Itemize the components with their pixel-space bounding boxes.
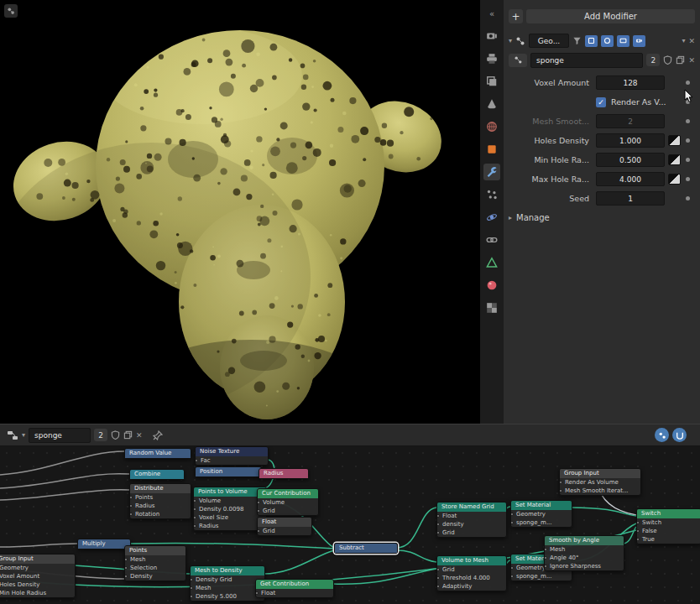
fake-user-shield-icon[interactable] — [663, 55, 672, 65]
tab-texture-icon[interactable] — [483, 299, 500, 316]
node-smooth-by-angle[interactable]: Smooth by AngleMeshAngle 40°Ignore Sharp… — [544, 535, 624, 571]
node-multiply[interactable]: Multiply — [77, 539, 131, 549]
node-socket-row: Min Hole Radius — [0, 589, 75, 597]
seed-field[interactable]: 1 — [596, 191, 665, 206]
tab-world-icon[interactable] — [483, 118, 500, 135]
max-hole-radius-row: Max Hole Ra... 4.000 — [504, 169, 700, 189]
tab-particles-icon[interactable] — [483, 186, 500, 203]
node-store-named-grid[interactable]: Store Named GridFloatdensityGrid — [436, 502, 507, 538]
node-combine[interactable]: Combine — [129, 469, 185, 480]
tab-render-icon[interactable] — [483, 28, 500, 44]
snapping-toggle-icon[interactable] — [672, 428, 687, 442]
toggle-realtime-icon[interactable] — [601, 35, 614, 47]
viewport-3d[interactable] — [0, 0, 480, 424]
manage-expand-icon[interactable]: ▸ — [509, 214, 512, 221]
voxel-amount-label: Voxel Amount — [509, 78, 589, 87]
min-hole-radius-row: Min Hole Ra... 0.500 — [504, 150, 700, 169]
tab-scene-icon[interactable] — [483, 96, 500, 112]
new-copy-icon[interactable] — [676, 55, 685, 65]
fake-user-shield-icon[interactable] — [111, 430, 120, 440]
tab-physics-icon[interactable] — [483, 209, 500, 226]
modifier-name-field[interactable]: Geo... — [529, 34, 569, 48]
tab-modifiers-icon[interactable] — [483, 164, 500, 180]
node-points[interactable]: PointsMeshSelectionDensity — [124, 545, 186, 581]
editor-type-icon[interactable] — [7, 430, 18, 441]
node-float[interactable]: FloatGrid — [257, 517, 312, 536]
mouse-cursor — [684, 90, 695, 103]
tab-object-data-icon[interactable] — [483, 254, 500, 271]
node-title: Switch — [637, 509, 700, 518]
attribute-toggle-icon[interactable] — [668, 174, 681, 185]
tab-object-icon[interactable] — [483, 141, 500, 158]
node-switch[interactable]: SwitchSwitchFalseTrue — [636, 508, 700, 544]
min-hole-radius-label: Min Hole Ra... — [509, 155, 589, 164]
animate-dot-icon[interactable] — [686, 177, 690, 181]
toggle-edit-mode-icon[interactable] — [585, 35, 598, 47]
min-hole-radius-field[interactable]: 0.500 — [596, 153, 665, 167]
node-group-browse-icon[interactable] — [509, 54, 527, 67]
tab-collapse-panel-icon[interactable]: « — [483, 5, 500, 22]
toggle-viewport-icon[interactable] — [617, 35, 629, 47]
node-socket-row: Points — [130, 493, 191, 502]
add-modifier-button[interactable]: Add Modifier — [526, 9, 695, 23]
animate-dot-icon[interactable] — [686, 158, 690, 162]
new-copy-icon[interactable] — [123, 430, 133, 440]
animate-dot-icon[interactable] — [686, 119, 690, 123]
node-group-unlink-icon[interactable]: ✕ — [136, 431, 143, 440]
tab-view-layer-icon[interactable] — [483, 73, 500, 90]
node-cur-contribution[interactable]: Cur ContributionVolumeGrid — [257, 488, 319, 516]
node-canvas[interactable]: Random ValueNoise TextureFacCombinePosit… — [0, 446, 700, 604]
mesh-smooth-row: Mesh Smoot... 2 — [504, 112, 700, 131]
voxel-amount-row: Voxel Amount 128 — [504, 73, 700, 92]
animate-dot-icon[interactable] — [686, 196, 690, 200]
node-group-input[interactable]: Group InputRender As VolumeMesh Smooth I… — [559, 468, 641, 496]
modifier-close-icon[interactable]: ✕ — [688, 37, 695, 45]
node-subtract[interactable]: Subtract — [334, 543, 398, 554]
node-group-users-count[interactable]: 2 — [646, 54, 660, 66]
node-socket-row: False — [637, 527, 700, 535]
max-hole-radius-field[interactable]: 4.000 — [596, 172, 665, 186]
tab-constraints-icon[interactable] — [483, 232, 500, 248]
animate-dot-icon[interactable] — [686, 81, 690, 85]
filter-funnel-icon[interactable] — [572, 36, 582, 45]
add-modifier-plus-button[interactable]: + — [509, 9, 523, 23]
node-set-material[interactable]: Set MaterialGeometrysponge_m... — [510, 500, 572, 528]
node-volume-to-mesh[interactable]: Volume to MeshGridThreshold 4.000Adaptiv… — [436, 555, 507, 591]
node-socket-row: Density 5.000 — [191, 592, 264, 601]
node-radius[interactable]: Radius — [259, 468, 309, 479]
node-mesh-to-density[interactable]: Mesh to DensityDensity GridMeshDensity 5… — [190, 565, 265, 601]
node-title: Get Contribution — [256, 580, 333, 589]
tab-material-icon[interactable] — [483, 277, 500, 294]
viewport-editor-type-icon[interactable] — [4, 4, 18, 18]
node-editor-group-name-field[interactable]: sponge — [29, 428, 91, 443]
node-get-contribution[interactable]: Get ContributionFloat — [255, 579, 334, 598]
manage-section-row[interactable]: ▸ Manage — [504, 208, 700, 227]
node-group-unlink-icon[interactable]: ✕ — [688, 56, 695, 65]
node-points-to-volume[interactable]: Points to VolumeVolumeDensity 0.0098Voxe… — [193, 487, 267, 531]
node-random-value[interactable]: Random Value — [124, 448, 191, 459]
toggle-render-icon[interactable] — [633, 35, 645, 47]
node-distribute[interactable]: DistributePointsRadiusRotation — [129, 483, 191, 519]
node-editor-users-count[interactable]: 2 — [94, 429, 107, 441]
node-title: Float — [258, 518, 311, 527]
animate-dot-icon[interactable] — [686, 138, 690, 143]
render-as-volume-label: Render As V... — [611, 97, 666, 107]
node-title: Smooth by Angle — [545, 536, 624, 545]
editor-type-dropdown-icon[interactable]: ▾ — [22, 431, 25, 439]
node-socket-row: Density — [125, 572, 185, 581]
node-group-name-field[interactable]: sponge — [530, 53, 643, 68]
attribute-toggle-icon[interactable] — [668, 135, 681, 146]
voxel-amount-field[interactable]: 128 — [596, 76, 665, 90]
render-as-volume-checkbox[interactable]: ✓ — [596, 97, 606, 107]
node-noise-texture[interactable]: Noise TextureFac — [195, 446, 269, 466]
node-group-input[interactable]: Group InputGeometryVoxel AmountHoles Den… — [0, 554, 76, 598]
tab-output-icon[interactable] — [483, 50, 500, 67]
modifier-extras-dropdown-icon[interactable]: ▾ — [682, 37, 685, 44]
node-title: Position — [196, 467, 261, 476]
node-position[interactable]: Position — [195, 466, 262, 477]
node-overlay-toggle-icon[interactable] — [655, 428, 669, 442]
holes-density-field[interactable]: 1.000 — [596, 133, 665, 148]
pin-icon[interactable] — [153, 430, 163, 440]
modifier-expand-icon[interactable]: ▾ — [509, 37, 512, 44]
attribute-toggle-icon[interactable] — [668, 154, 681, 165]
